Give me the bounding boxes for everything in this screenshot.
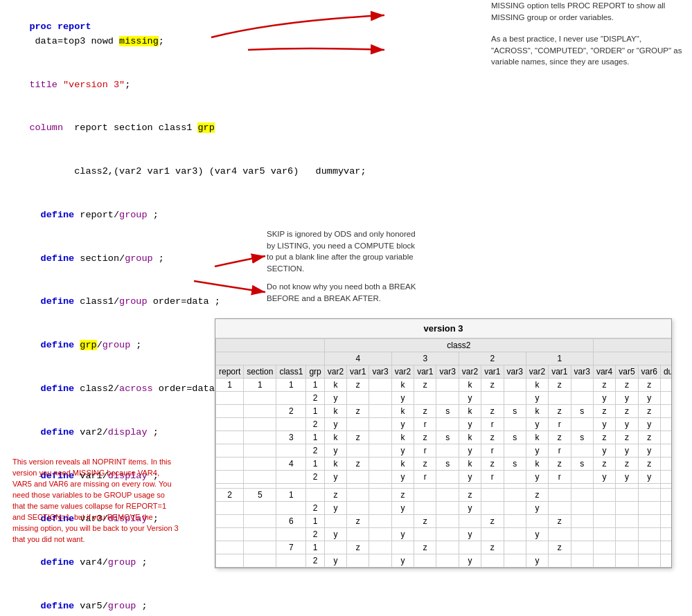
table-cell [571,418,593,431]
missing-highlight: missing [119,36,159,46]
table-cell: r [481,471,504,484]
table-cell: y [391,392,414,405]
table-row: 251zzzz1 [216,489,672,502]
table-cell [276,528,306,541]
table-cell: 1 [660,471,671,484]
table-cell: z [347,541,369,554]
table-cell: y [324,418,346,431]
table-cell [481,528,504,541]
table-cell: k [391,405,414,418]
table-cell: 1 [660,528,671,541]
table-cell: z [324,489,346,502]
table-cell [347,392,369,405]
table-cell [504,541,526,554]
table-cell [481,554,504,568]
table-row: 2yyyyyyy1 [216,392,672,405]
table-cell: k [459,458,481,471]
table-cell: y [526,392,548,405]
table-cell: y [324,444,346,458]
table-row: 2yyyy1 [216,502,672,515]
table-cell: z [414,541,436,554]
table-cell: 6 [276,515,306,528]
grp-hl-8: grp [80,340,96,350]
group-kw-14: group [108,601,136,611]
col-var2-3: var2 [391,365,414,379]
table-cell [616,554,638,568]
table-cell [571,471,593,484]
table-cell: 1 [660,515,671,528]
table-cell: 1 [306,515,324,528]
table-cell: 4 [276,458,306,471]
table-cell [504,418,526,431]
annotation-missing: MISSING option tells PROC REPORT to show… [491,0,685,23]
table-cell [593,515,615,528]
table-cell: k [324,379,346,392]
table-cell [369,392,391,405]
table-row: 2yyryryryyy1 [216,471,672,484]
table-cell [369,379,391,392]
table-cell [276,392,306,405]
table-cell [436,392,459,405]
table-row: 2yyyy1 [216,528,672,541]
table-cell: k [526,458,548,471]
table-cell [436,502,459,515]
table-cell [347,471,369,484]
table-cell: k [324,431,346,444]
table-cell [436,528,459,541]
table-cell [244,515,276,528]
header-row-3: report section class1 grp var2 var1 var3… [216,365,672,379]
table-cell: z [481,515,504,528]
table-cell [414,528,436,541]
table-cell [244,392,276,405]
table-cell [244,444,276,458]
table-cell: z [616,405,638,418]
table-cell [391,515,414,528]
table-cell [571,444,593,458]
col-var1-4: var1 [347,365,369,379]
table-cell [481,502,504,515]
table-cell [216,502,244,515]
table-cell: z [549,458,571,471]
table-cell [369,489,391,502]
table-cell: y [459,471,481,484]
table-cell: z [549,541,571,554]
group-kw-6: group [125,253,153,264]
table-cell [369,502,391,515]
table-title: version 3 [215,319,671,338]
table-cell: y [324,392,346,405]
table-cell: 1 [306,379,324,392]
table-cell: y [593,418,615,431]
table-cell: y [324,528,346,541]
table-panel: version 3 class2 4 3 2 1 [215,318,672,568]
table-cell [571,541,593,554]
table-cell [244,405,276,418]
table-cell: 1 [306,431,324,444]
table-cell: z [481,431,504,444]
table-cell [436,444,459,458]
define-kw-14: define [41,601,75,611]
table-cell: y [391,528,414,541]
table-cell [244,528,276,541]
table-cell: z [593,405,615,418]
table-cell: y [459,554,481,568]
table-cell [549,392,571,405]
separator-row [216,484,672,489]
table-cell: k [391,431,414,444]
table-cell [347,444,369,458]
table-cell [504,502,526,515]
table-cell: y [638,444,660,458]
table-cell: k [526,379,548,392]
table-cell [616,515,638,528]
table-cell [616,541,638,554]
table-cell: 1 [660,431,671,444]
table-cell: y [638,392,660,405]
table-cell: 1 [216,379,244,392]
col-class1: class1 [276,365,306,379]
table-cell: 2 [306,392,324,405]
table-cell: 1 [660,502,671,515]
table-body: 1111kzkzkzkzzzz12yyyyyyy121kzkzskzskzszz… [216,379,672,568]
table-cell [347,502,369,515]
col-report: report [216,365,244,379]
table-cell: s [571,458,593,471]
table-cell: 1 [660,554,671,568]
